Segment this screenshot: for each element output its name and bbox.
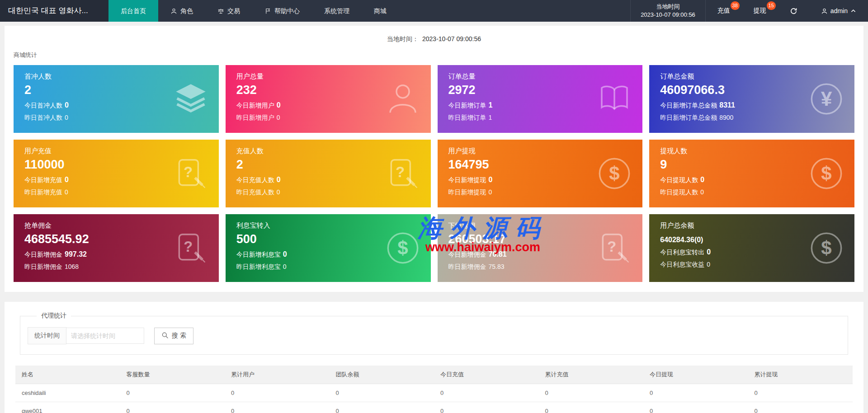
card-today-label: 今日新增充值 <box>24 176 62 183</box>
nav-item-2[interactable]: 角色 <box>158 0 205 22</box>
table-header: 姓名 <box>15 366 120 384</box>
card-yesterday-label: 昨日新增提现 <box>448 188 486 196</box>
table-cell: 0 <box>330 384 434 402</box>
user-menu[interactable]: admin <box>809 0 868 22</box>
svg-text:?: ? <box>396 164 405 180</box>
table-cell: 0 <box>120 402 225 413</box>
card-yesterday-label: 昨日新增订单 <box>448 114 486 121</box>
nav-item-3[interactable]: 交易 <box>205 0 252 22</box>
withdraw-button[interactable]: 提现 15 <box>742 0 778 22</box>
stat-card-12: 用户总余额 640284.36(0) 今日利息宝转出0 今日利息宝收益0 $ <box>649 214 854 282</box>
table-header: 今日充值 <box>434 366 539 384</box>
refresh-button[interactable] <box>778 0 809 22</box>
nav-item-label: 系统管理 <box>324 0 349 22</box>
card-today-value: 0 <box>277 176 281 183</box>
local-time-value: 2023-10-07 09:00:56 <box>641 11 695 19</box>
table-header: 团队余额 <box>330 366 434 384</box>
svg-text:?: ? <box>184 164 193 180</box>
agent-stats-fieldset: 代理统计 统计时间 搜 索 <box>20 312 848 355</box>
agent-table: 姓名客服数量累计用户团队余额今日充值累计充值今日提现累计提现 ceshidail… <box>15 366 853 413</box>
recharge-badge: 38 <box>731 1 740 10</box>
card-today-value: 0 <box>489 176 493 183</box>
card-yesterday-value: 0 <box>277 188 280 196</box>
dollar-circle-icon: $ <box>807 229 845 267</box>
card-today-value: 0 <box>707 248 711 256</box>
table-header: 累计充值 <box>539 366 644 384</box>
table-cell: ceshidaili <box>15 384 120 402</box>
table-cell: 0 <box>748 384 853 402</box>
card-today-label: 今日提现人数 <box>660 176 698 183</box>
table-cell: 0 <box>434 384 539 402</box>
card-today-value: 1 <box>489 101 493 109</box>
stat-time-label: 统计时间 <box>28 327 66 344</box>
stat-card-10: 利息宝转入 500 今日新增利息宝0 昨日新增利息宝0 $ <box>226 214 431 282</box>
svg-text:$: $ <box>397 237 408 258</box>
card-yesterday-label: 昨日新增利息宝 <box>236 263 281 270</box>
table-cell: 0 <box>434 402 539 413</box>
yen-circle-icon: ¥ <box>807 80 845 118</box>
nav-item-label: 角色 <box>180 0 193 22</box>
card-yesterday-label: 今日利息宝收益 <box>660 261 704 268</box>
card-today-label: 今日充值人数 <box>236 176 274 183</box>
nav-item-label: 商城 <box>374 0 387 22</box>
card-yesterday-label: 昨日提现人数 <box>660 188 698 196</box>
table-cell: 0 <box>330 402 434 413</box>
table-body: ceshidaili0000000qwe0010000000 <box>15 384 853 413</box>
search-icon <box>161 332 169 340</box>
card-yesterday-value: 0 <box>283 263 287 270</box>
page-local-time-label: 当地时间： <box>387 35 419 42</box>
person-icon <box>170 8 177 14</box>
card-yesterday-label: 昨日新增佣金 <box>448 263 486 270</box>
table-cell: 0 <box>120 384 225 402</box>
dollar-circle-icon: $ <box>807 155 845 192</box>
card-today-value: 0 <box>65 101 69 109</box>
card-yesterday-value: 0 <box>700 188 704 196</box>
svg-text:?: ? <box>607 238 616 255</box>
card-today-value: 997.32 <box>65 250 87 258</box>
svg-text:$: $ <box>821 237 831 258</box>
card-today-value: 8311 <box>719 101 735 109</box>
layers-icon <box>172 80 210 118</box>
scales-icon <box>217 8 224 14</box>
card-today-value: 70.81 <box>489 250 507 258</box>
page-local-time: 当地时间：2023-10-07 09:00:56 <box>14 32 854 44</box>
chevron-up-icon <box>850 8 856 14</box>
page-local-time-value: 2023-10-07 09:00:56 <box>422 35 481 42</box>
nav-menu: 后台首页角色交易帮助中心系统管理商城 <box>108 0 399 22</box>
card-yesterday-label: 昨日充值人数 <box>236 188 274 196</box>
dollar-circle-icon: $ <box>595 155 633 192</box>
card-yesterday-label: 昨日新增充值 <box>24 188 62 196</box>
doc-question-icon: ? <box>595 229 633 267</box>
table-cell: 0 <box>225 402 330 413</box>
nav-item-4[interactable]: 帮助中心 <box>252 0 312 22</box>
nav-item-1[interactable]: 后台首页 <box>108 0 158 22</box>
dollar-circle-icon: $ <box>384 229 422 267</box>
nav-item-5[interactable]: 系统管理 <box>312 0 362 22</box>
search-button[interactable]: 搜 索 <box>154 328 193 344</box>
username: admin <box>830 7 848 14</box>
nav-item-label: 交易 <box>227 0 240 22</box>
agent-stats-legend: 代理统计 <box>37 312 71 320</box>
user-avatar-icon <box>821 8 828 14</box>
overview-panel: 当地时间：2023-10-07 09:00:56 商城统计 首冲人数 2 今日首… <box>5 26 863 292</box>
card-yesterday-label: 昨日新增佣金 <box>24 263 62 270</box>
table-cell: 0 <box>748 402 853 413</box>
table-cell: 0 <box>643 402 748 413</box>
table-cell: qwe001 <box>15 402 120 413</box>
recharge-button[interactable]: 充值 38 <box>706 0 742 22</box>
card-today-label: 今日新增佣金 <box>448 251 486 258</box>
card-yesterday-label: 昨日首冲人数 <box>24 114 62 121</box>
stat-card-8: 提现人数 9 今日提现人数0 昨日提现人数0 $ <box>649 140 854 207</box>
stat-card-2: 用户总量 232 今日新增用户0 昨日新增用户0 <box>226 65 431 133</box>
table-header: 今日提现 <box>643 366 748 384</box>
stat-card-3: 订单总量 2972 今日新增订单1 昨日新增订单1 <box>438 65 643 133</box>
page-body: 当地时间：2023-10-07 09:00:56 商城统计 首冲人数 2 今日首… <box>0 22 868 413</box>
nav-item-label: 后台首页 <box>121 0 146 22</box>
card-yesterday-value: 0 <box>707 261 710 268</box>
user-icon <box>384 80 422 118</box>
local-time-label: 当地时间 <box>641 3 695 11</box>
card-today-label: 今日利息宝转出 <box>660 249 704 256</box>
nav-item-6[interactable]: 商城 <box>362 0 399 22</box>
card-yesterday-value: 1068 <box>65 263 79 270</box>
stat-time-input[interactable] <box>66 328 144 344</box>
